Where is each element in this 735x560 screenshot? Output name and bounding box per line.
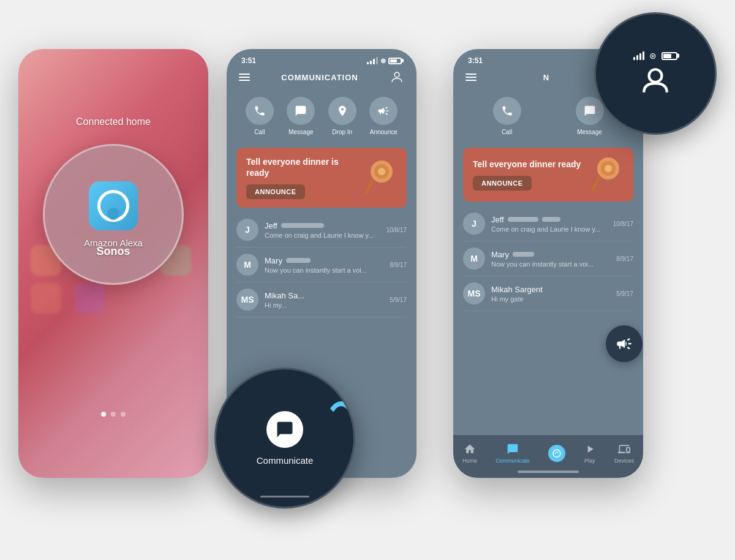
nav-alexa[interactable]: [548, 445, 565, 462]
phone3-name-jeff: Jeff: [491, 215, 613, 224]
phone3-hamburger-icon[interactable]: [466, 74, 477, 81]
phone2-announce-btn[interactable]: ANNOUNCE: [246, 184, 305, 199]
phone3-blur-jeff: [508, 217, 538, 222]
phone3-home-indicator: [518, 471, 579, 473]
battery-icon: [388, 58, 402, 64]
phone3-contact-mary[interactable]: M Mary Now you can instantly start a voi…: [463, 241, 633, 276]
contact-avatar-jeff: J: [236, 219, 258, 241]
phone3-blur-jeff2: [542, 217, 560, 222]
drop-in-circle: [328, 97, 356, 125]
nav-communicate-label: Communicate: [496, 458, 530, 464]
dot-2: [111, 412, 116, 417]
announce-button[interactable]: Announce: [369, 97, 398, 135]
bar1: [367, 62, 369, 64]
p3-hamburger-line-3: [466, 80, 477, 81]
contact-preview-jeff: Come on craig and Laurie I know y...: [265, 232, 386, 239]
phone3-preview-jeff: Come on craig and Laurie I know y...: [491, 225, 613, 233]
alexa-ring-icon: [97, 190, 129, 222]
contact-name-mary: Mary: [265, 256, 390, 265]
phone3-contacts-list: J Jeff Come on craig and Laurie I know y…: [453, 206, 643, 311]
bg-icon-5: [31, 283, 61, 314]
contact-name-jeff: Jeff: [265, 221, 386, 230]
nav-devices-label: Devices: [614, 458, 634, 464]
zoom-communicate-label: Communicate: [257, 455, 314, 466]
alexa-nav-icon: [548, 445, 565, 462]
zoom-blue-arc: [323, 401, 355, 475]
phone3-blur-mary: [513, 252, 534, 257]
phone2-action-buttons: Call Message Drop In Announce: [227, 89, 417, 143]
contact-mikah[interactable]: MS Mikah Sa... Hi my... 5/9/17: [236, 282, 407, 317]
phone3-announce-btn[interactable]: ANNOUNCE: [473, 176, 532, 191]
bar4: [376, 57, 378, 64]
dot-3: [121, 412, 126, 417]
bg-icon-6: [74, 283, 105, 314]
phone3-info-mary: Mary Now you can instantly start a voi..…: [491, 250, 616, 268]
zoom-signal-icon: [633, 51, 644, 60]
call-circle: [246, 97, 274, 125]
phone3-preview-mikah: Hi my gate: [491, 295, 616, 303]
wifi-icon: ⊛: [380, 57, 386, 65]
phone3-call-circle: [493, 97, 521, 125]
contact-info-jeff: Jeff Come on craig and Laurie I know y..…: [265, 221, 386, 239]
drop-in-label: Drop In: [332, 129, 352, 135]
zoom-wifi-icon: ⊛: [649, 51, 657, 61]
phone3-call-button[interactable]: Call: [493, 97, 521, 135]
hamburger-menu-icon[interactable]: [239, 74, 250, 81]
zoom-battery-fill: [663, 54, 671, 58]
phone3-avatar-mary: M: [463, 248, 485, 270]
phone1-label: Connected home: [18, 116, 208, 127]
phone3-info-mikah: Mikah Sargent Hi my gate: [491, 285, 616, 303]
phone1-app-circle: Sonos Amazon Alexa: [43, 144, 184, 285]
phone3-announce-banner: Tell everyone dinner ready ANNOUNCE: [463, 148, 633, 202]
svg-line-4: [366, 181, 372, 193]
svg-point-10: [553, 450, 560, 457]
message-circle: [287, 97, 315, 125]
dot-1: [101, 412, 106, 417]
battery-fill: [390, 59, 397, 62]
svg-point-0: [394, 72, 399, 77]
contact-name-blur-mary: [286, 258, 311, 263]
announce-label: Announce: [370, 129, 398, 135]
svg-point-8: [605, 165, 612, 172]
profile-icon[interactable]: [390, 70, 404, 85]
p3-hamburger-line-2: [466, 77, 477, 78]
phone3-nav-title: N: [543, 73, 549, 82]
nav-communicate[interactable]: Communicate: [496, 443, 530, 464]
zoom-profile-icon: [640, 66, 671, 96]
contact-preview-mikah: Hi my...: [265, 301, 390, 309]
phone3-message-label: Message: [577, 129, 602, 135]
contact-name-blur-jeff: [281, 223, 324, 228]
phone3-info-jeff: Jeff Come on craig and Laurie I know y..…: [491, 215, 613, 233]
nav-devices[interactable]: Devices: [614, 443, 634, 464]
message-button[interactable]: Message: [287, 97, 315, 135]
phone3-message-button[interactable]: Message: [576, 97, 604, 135]
call-button[interactable]: Call: [246, 97, 274, 135]
alexa-app-icon[interactable]: [89, 181, 138, 230]
phone3-name-mikah: Mikah Sargent: [491, 285, 616, 294]
phone3-bottom-nav: Home Communicate P: [453, 435, 643, 478]
phone3-call-label: Call: [502, 129, 512, 135]
contact-date-mary: 8/9/17: [390, 262, 407, 268]
phone3-contact-mikah[interactable]: MS Mikah Sargent Hi my gate 5/9/17: [463, 276, 633, 311]
contact-name-mikah: Mikah Sa...: [265, 291, 390, 300]
phone2-announce-banner: Tell everyone dinner is ready ANNOUNCE: [236, 148, 407, 208]
home-indicator-zoom: [260, 496, 309, 498]
drop-in-button[interactable]: Drop In: [328, 97, 356, 135]
phone2-contacts-list: J Jeff Come on craig and Laurie I know y…: [227, 213, 417, 317]
contact-date-jeff: 10/8/17: [386, 227, 407, 233]
phone3-contact-jeff[interactable]: J Jeff Come on craig and Laurie I know y…: [463, 206, 633, 241]
contact-mary[interactable]: M Mary Now you can instantly start a voi…: [236, 248, 407, 282]
svg-line-9: [593, 178, 599, 190]
hamburger-line-2: [239, 77, 250, 78]
nav-play[interactable]: Play: [584, 443, 596, 464]
home-nav-icon: [464, 443, 476, 455]
contact-jeff[interactable]: J Jeff Come on craig and Laurie I know y…: [236, 213, 407, 248]
bar2: [370, 61, 372, 64]
zoom-communicate-icon: [266, 411, 303, 448]
phone3-avatar-mikah: MS: [463, 282, 485, 305]
nav-home[interactable]: Home: [462, 443, 477, 464]
phone2-nav-bar: COMMUNICATION: [227, 67, 417, 89]
contact-info-mikah: Mikah Sa... Hi my...: [265, 291, 390, 309]
z-bar4: [643, 51, 644, 60]
phone3-date-jeff: 10/8/17: [613, 221, 633, 227]
